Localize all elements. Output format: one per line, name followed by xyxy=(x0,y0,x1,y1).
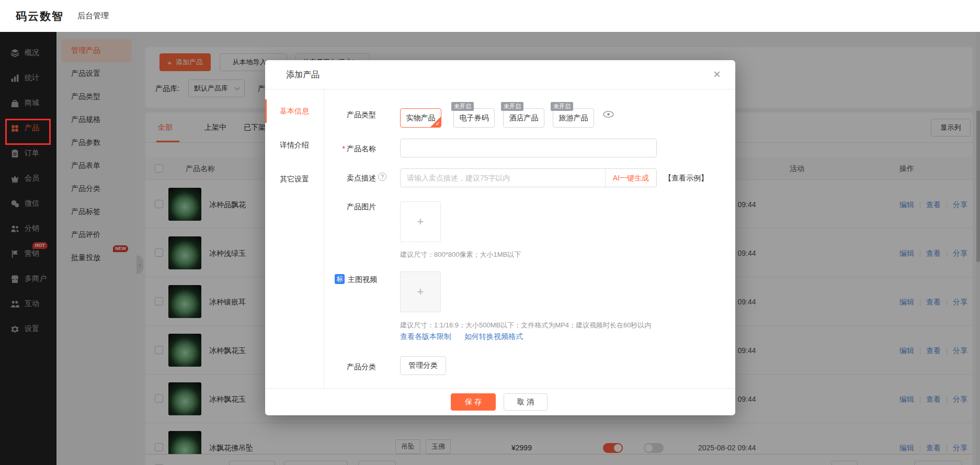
image-upload-box[interactable] xyxy=(400,201,441,242)
video-upload-box[interactable] xyxy=(400,271,441,312)
video-tag-badge: 标 xyxy=(335,274,345,284)
type-label: 实物产品 xyxy=(406,114,436,123)
selling-point-group: AI一键生成 xyxy=(400,168,657,187)
cancel-button[interactable]: 取 消 xyxy=(504,393,548,411)
save-button[interactable]: 保 存 xyxy=(451,393,496,411)
type-travel-button[interactable]: 旅游产品未开启 xyxy=(553,108,594,128)
modal-title: 添加产品 xyxy=(286,60,320,89)
topbar-subtitle: 后台管理 xyxy=(77,11,109,21)
selling-point-label: 卖点描述 xyxy=(328,174,376,183)
eye-icon[interactable] xyxy=(603,111,614,118)
add-product-modal: 添加产品 基本信息 详情介绍 其它设置 产品类型 实物产品✓ 电子券码未开启 酒… xyxy=(265,60,735,415)
type-evoucher-button[interactable]: 电子券码未开启 xyxy=(453,108,495,128)
version-limit-link[interactable]: 查看各版本限制 xyxy=(400,332,451,342)
type-hotel-button[interactable]: 酒店产品未开启 xyxy=(503,108,544,128)
main-video-label: 主图视频 xyxy=(348,275,377,285)
disabled-badge: 未开启 xyxy=(501,102,523,111)
type-label: 酒店产品 xyxy=(509,114,539,123)
tab-basic-info[interactable]: 基本信息 xyxy=(265,94,324,128)
modal-footer: 保 存 取 消 xyxy=(265,388,735,415)
type-physical-button[interactable]: 实物产品✓ xyxy=(400,108,441,128)
product-name-label: 产品名称 xyxy=(328,144,376,154)
modal-header: 添加产品 xyxy=(265,60,735,89)
brand-logo: 码云数智 xyxy=(16,9,64,24)
tab-other-settings[interactable]: 其它设置 xyxy=(265,162,324,196)
type-label: 旅游产品 xyxy=(559,114,588,123)
product-category-label: 产品分类 xyxy=(328,362,376,372)
ai-generate-button[interactable]: AI一键生成 xyxy=(605,169,656,187)
disabled-badge: 未开启 xyxy=(551,102,573,111)
type-label: 电子券码 xyxy=(460,114,489,123)
topbar: 码云数智 后台管理 xyxy=(0,0,980,32)
video-size-hint: 建议尺寸：1:1/16:9；大小500MB以下；文件格式为MP4；建议视频时长在… xyxy=(400,321,651,330)
modal-tab-rail: 基本信息 详情介绍 其它设置 xyxy=(265,89,324,388)
help-icon[interactable]: ? xyxy=(378,173,386,181)
manage-category-button[interactable]: 管理分类 xyxy=(400,356,446,375)
disabled-badge: 未开启 xyxy=(451,102,474,111)
check-icon: ✓ xyxy=(436,120,440,127)
view-example-link[interactable]: 【查看示例】 xyxy=(664,174,708,183)
convert-video-link[interactable]: 如何转换视频格式 xyxy=(464,332,523,342)
close-icon[interactable] xyxy=(713,67,721,82)
selling-point-input[interactable] xyxy=(401,174,605,182)
image-size-hint: 建议尺寸：800*800像素；大小1MB以下 xyxy=(400,250,521,259)
highlight-box-product xyxy=(5,119,51,145)
tab-detail-intro[interactable]: 详情介绍 xyxy=(265,128,324,162)
product-image-label: 产品图片 xyxy=(328,202,376,212)
product-type-label: 产品类型 xyxy=(328,110,376,120)
product-name-input[interactable] xyxy=(400,139,657,157)
